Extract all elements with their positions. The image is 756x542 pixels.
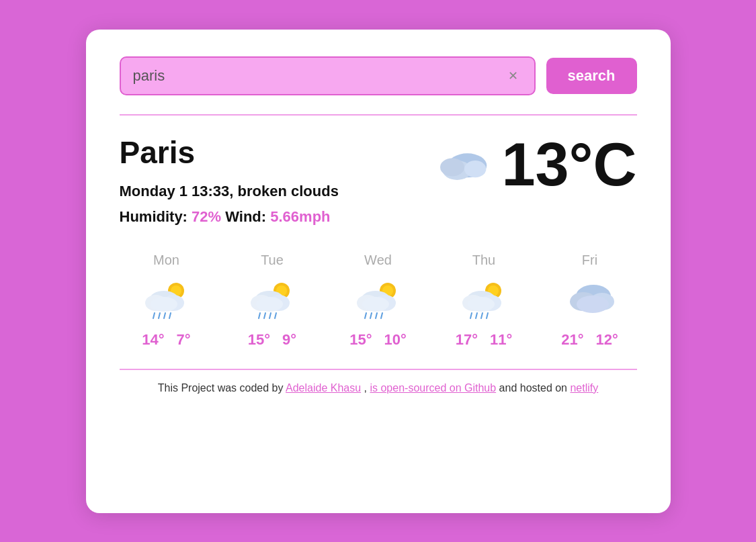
svg-line-40 [470,313,472,318]
forecast-temps-thu: 17° 11° [456,331,513,349]
current-temperature: 13°C [501,134,636,195]
temp-low-fri: 12° [596,331,618,349]
svg-line-10 [153,313,155,318]
temp-low-thu: 11° [490,331,512,349]
github-link[interactable]: is open-sourced on Github [370,382,496,394]
forecast-icon-wed [351,276,405,323]
svg-line-30 [365,313,366,318]
search-button[interactable]: search [546,58,637,94]
svg-line-31 [370,313,372,318]
svg-point-3 [440,159,464,177]
svg-line-20 [259,313,260,318]
forecast-temps-fri: 21° 12° [561,331,618,349]
netlify-link[interactable]: netlify [570,382,598,394]
current-weather-icon [434,139,495,189]
svg-point-29 [362,297,389,312]
clear-button[interactable]: ✕ [504,69,522,83]
forecast-section: Mon 14° 7° Tue [120,253,637,349]
svg-line-42 [481,313,482,318]
temp-low-tue: 9° [282,331,296,349]
temp-low-wed: 10° [384,331,407,349]
day-label-wed: Wed [364,253,392,268]
svg-line-23 [275,313,276,318]
wind-value: 5.66mph [270,208,330,225]
day-label-tue: Tue [261,253,284,268]
svg-line-32 [376,313,377,318]
top-divider [120,114,637,116]
svg-line-22 [269,313,271,318]
svg-line-33 [381,313,382,318]
svg-point-9 [151,297,177,312]
search-input-wrapper: ✕ [120,56,536,95]
temp-low-mon: 7° [177,331,191,349]
forecast-day-wed: Wed 15° 10° [338,253,419,349]
day-label-mon: Mon [153,253,179,268]
forecast-icon-tue [245,276,299,323]
svg-line-12 [164,313,165,318]
current-description: Monday 1 13:33, broken clouds [120,183,435,200]
svg-line-43 [487,313,488,318]
svg-line-41 [476,313,477,318]
weather-card: ✕ search Paris Monday 1 13:33, broken cl… [86,30,671,513]
temp-high-tue: 15° [248,331,270,349]
svg-point-2 [464,161,486,177]
forecast-temps-mon: 14° 7° [142,331,190,349]
forecast-icon-fri [563,276,617,323]
search-input[interactable] [133,67,497,85]
forecast-day-mon: Mon 14° 7° [126,253,207,349]
temp-high-mon: 14° [142,331,164,349]
day-label-thu: Thu [472,253,495,268]
current-weather-section: Paris Monday 1 13:33, broken clouds Humi… [120,134,637,226]
forecast-day-thu: Thu 17° 11° [444,253,524,349]
bottom-divider [120,369,637,370]
forecast-day-fri: Fri 21° 12° [550,253,630,349]
search-row: ✕ search [120,56,637,95]
forecast-temps-wed: 15° 10° [349,331,407,349]
svg-line-21 [264,313,265,318]
footer: This Project was coded by Adelaide Khasu… [120,382,637,394]
forecast-icon-mon [140,276,194,323]
day-label-fri: Fri [582,253,597,268]
svg-line-13 [169,313,171,318]
city-name: Paris [120,134,435,171]
svg-line-11 [159,313,160,318]
temp-high-wed: 15° [349,331,372,349]
forecast-temps-tue: 15° 9° [248,331,296,349]
current-info: Paris Monday 1 13:33, broken clouds Humi… [120,134,435,226]
current-temp-section: 13°C [434,134,636,195]
humidity-value: 72% [192,208,221,225]
svg-point-19 [256,297,283,312]
svg-point-39 [468,297,495,312]
temp-high-thu: 17° [456,331,478,349]
forecast-day-tue: Tue 15° 9° [232,253,312,349]
author-link[interactable]: Adelaide Khasu [286,382,361,394]
current-stats: Humidity: 72% Wind: 5.66mph [120,208,435,226]
forecast-icon-thu [457,276,511,323]
svg-point-47 [577,296,609,313]
temp-high-fri: 21° [561,331,583,349]
